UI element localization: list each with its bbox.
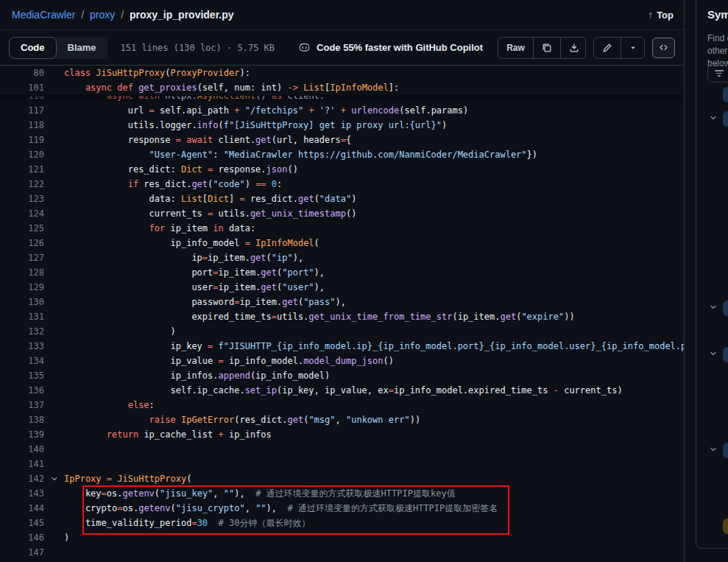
line-number[interactable]: 144 xyxy=(0,501,44,516)
code-lines: 116async with httpx.AsyncClient() as cli… xyxy=(0,66,684,560)
code-line: 138raise IpGetError(res_dict.get("msg", … xyxy=(0,412,684,427)
line-number[interactable]: 125 xyxy=(0,221,44,236)
line-number[interactable]: 147 xyxy=(0,545,44,560)
code-line: 144crypto=os.getenv("jisu_crypto", ""), … xyxy=(0,501,684,516)
line-number[interactable]: 131 xyxy=(0,309,44,324)
edit-dropdown-button[interactable] xyxy=(621,38,644,58)
line-number[interactable]: 139 xyxy=(0,427,44,442)
line-number[interactable]: 127 xyxy=(0,250,44,265)
code-text: ip_info_model = IpInfoModel( xyxy=(64,236,684,250)
line-number[interactable]: 80 xyxy=(0,66,44,80)
code-line: 141 xyxy=(0,457,684,471)
collapse-chevron-icon[interactable] xyxy=(44,471,64,486)
line-number[interactable]: 145 xyxy=(0,516,44,530)
symbols-panel-toggle-button[interactable] xyxy=(652,38,675,58)
symbols-description-line: Find definitions and references for func… xyxy=(707,32,728,45)
line-number[interactable]: 120 xyxy=(0,147,44,162)
code-line: 119response = await client.get(url, head… xyxy=(0,133,684,147)
line-number[interactable]: 143 xyxy=(0,486,44,501)
code-text: key=os.getenv("jisu_key", ""), # 通过环境变量的… xyxy=(64,486,684,501)
line-number[interactable]: 130 xyxy=(0,295,44,309)
code-text: ) xyxy=(64,324,684,339)
symbol-item[interactable] xyxy=(723,301,728,316)
tab-code[interactable]: Code xyxy=(9,37,57,59)
code-text: ip=ip_item.get("ip"), xyxy=(64,250,684,265)
line-number[interactable]: 141 xyxy=(0,457,44,471)
code-line: 143key=os.getenv("jisu_key", ""), # 通过环境… xyxy=(0,486,684,501)
back-to-top-label: Top xyxy=(657,10,674,21)
line-number[interactable]: 101 xyxy=(0,80,44,95)
collapse-gutter xyxy=(44,295,64,309)
code-text: else: xyxy=(64,398,684,412)
collapse-gutter xyxy=(44,133,64,147)
chevron-down-icon[interactable] xyxy=(709,113,719,124)
code-text: if res_dict.get("code") == 0: xyxy=(64,177,684,192)
code-text xyxy=(64,545,684,560)
line-number[interactable]: 119 xyxy=(0,133,44,147)
code-line: 147 xyxy=(0,545,684,560)
line-number[interactable]: 140 xyxy=(0,442,44,457)
code-line: 122if res_dict.get("code") == 0: xyxy=(0,177,684,192)
symbol-item[interactable] xyxy=(723,519,728,534)
download-button[interactable] xyxy=(560,38,586,58)
line-number[interactable]: 129 xyxy=(0,280,44,295)
line-number[interactable]: 117 xyxy=(0,103,44,118)
breadcrumb-repo-link[interactable]: MediaCrawler xyxy=(12,9,75,21)
line-number[interactable]: 123 xyxy=(0,192,44,206)
chevron-down-icon[interactable] xyxy=(709,349,719,359)
chevron-down-icon[interactable] xyxy=(709,303,719,313)
symbols-description-line: other symbols in this file by clicking a… xyxy=(707,45,728,57)
breadcrumb-folder-link[interactable]: proxy xyxy=(90,9,115,21)
copy-button[interactable] xyxy=(533,38,560,58)
line-number[interactable]: 118 xyxy=(0,118,44,133)
symbol-item[interactable] xyxy=(723,347,728,362)
line-number[interactable]: 137 xyxy=(0,398,44,412)
copilot-banner[interactable]: Code 55% faster with GitHub Copilot xyxy=(298,41,483,54)
line-number[interactable]: 138 xyxy=(0,412,44,427)
symbol-item[interactable] xyxy=(723,443,728,458)
line-number[interactable]: 121 xyxy=(0,162,44,177)
code-text: expired_time_ts=utils.get_unix_time_from… xyxy=(64,309,684,324)
code-text: res_dict: Dict = response.json() xyxy=(64,162,684,177)
line-number[interactable]: 142 xyxy=(0,471,44,486)
collapse-gutter xyxy=(44,80,64,95)
code-line: 126ip_info_model = IpInfoModel( xyxy=(0,236,684,250)
code-line: 123data: List[Dict] = res_dict.get("data… xyxy=(0,192,684,206)
symbols-filter-button[interactable] xyxy=(707,64,728,82)
back-to-top-link[interactable]: ↑ Top xyxy=(648,9,674,21)
copilot-icon xyxy=(298,41,311,54)
line-number[interactable]: 146 xyxy=(0,530,44,545)
code-line: 132) xyxy=(0,324,684,339)
raw-actions-group: Raw xyxy=(498,37,586,59)
chevron-down-icon[interactable] xyxy=(709,445,719,455)
line-number[interactable]: 135 xyxy=(0,368,44,383)
raw-button[interactable]: Raw xyxy=(498,38,533,58)
code-text: user=ip_item.get("user"), xyxy=(64,280,684,295)
symbol-item[interactable] xyxy=(723,87,728,102)
copy-icon xyxy=(542,43,552,53)
code-line: 128port=ip_item.get("port"), xyxy=(0,265,684,280)
edit-button[interactable] xyxy=(594,38,621,58)
breadcrumb-file-name: proxy_ip_provider.py xyxy=(130,9,234,21)
arrow-up-icon: ↑ xyxy=(648,9,653,21)
symbol-item[interactable] xyxy=(723,111,728,127)
collapse-gutter xyxy=(44,236,64,250)
code-blame-toggle: Code Blame xyxy=(9,37,107,59)
line-number[interactable]: 128 xyxy=(0,265,44,280)
code-line: 121res_dict: Dict = response.json() xyxy=(0,162,684,177)
collapse-gutter xyxy=(44,250,64,265)
line-number[interactable]: 122 xyxy=(0,177,44,192)
code-text: return ip_cache_list + ip_infos xyxy=(64,427,684,442)
collapse-gutter xyxy=(44,354,64,368)
line-number[interactable]: 132 xyxy=(0,324,44,339)
tab-blame[interactable]: Blame xyxy=(57,37,107,59)
code-text: utils.logger.info(f"[JiSuHttpProxy] get … xyxy=(64,118,684,133)
line-number[interactable]: 124 xyxy=(0,206,44,221)
code-text: raise IpGetError(res_dict.get("msg", "un… xyxy=(64,412,684,427)
line-number[interactable]: 136 xyxy=(0,383,44,398)
collapse-gutter xyxy=(44,486,64,501)
code-line: 137else: xyxy=(0,398,684,412)
line-number[interactable]: 126 xyxy=(0,236,44,250)
line-number[interactable]: 133 xyxy=(0,339,44,354)
line-number[interactable]: 134 xyxy=(0,354,44,368)
